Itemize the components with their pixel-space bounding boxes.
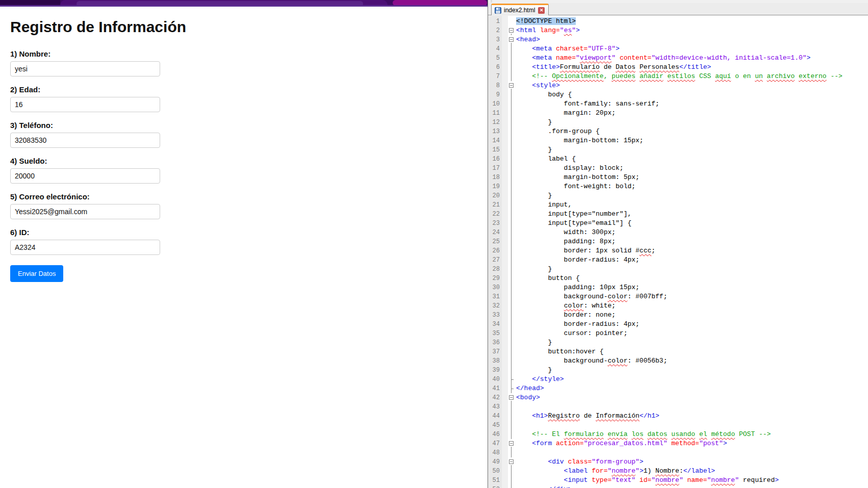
code-line[interactable]: 7 <!-- Opcionalmente, puedes añadir esti…	[488, 72, 868, 81]
line-number: 34	[488, 320, 502, 329]
code-line[interactable]: 38 background-color: #0056b3;	[488, 356, 868, 366]
code-line[interactable]: 3<head>	[488, 35, 868, 44]
line-number: 23	[488, 219, 502, 228]
bookmark-margin	[502, 301, 508, 311]
tab-close-icon[interactable]: ✕	[538, 7, 545, 14]
line-number: 2	[488, 26, 502, 35]
input-nombre[interactable]	[10, 61, 160, 76]
code-line[interactable]: 23 input[type="email"] {	[488, 219, 868, 228]
code-line[interactable]: 51 <input type="text" id="nombre" name="…	[488, 476, 868, 485]
code-line[interactable]: 16 label {	[488, 155, 868, 164]
code-line[interactable]: 14 margin-bottom: 15px;	[488, 136, 868, 145]
code-line[interactable]: 26 border: 1px solid #ccc;	[488, 246, 868, 255]
fold-margin	[508, 54, 515, 63]
code-text: border: 1px solid #ccc;	[515, 246, 655, 255]
code-line[interactable]: 40 </style>	[488, 375, 868, 384]
code-line[interactable]: 24 width: 300px;	[488, 228, 868, 237]
input-sueldo[interactable]	[10, 168, 160, 184]
code-line[interactable]: 11 margin: 20px;	[488, 109, 868, 118]
code-line[interactable]: 31 background-color: #007bff;	[488, 292, 868, 301]
tab-index2-html[interactable]: index2.html ✕	[491, 4, 549, 15]
fold-margin	[508, 99, 515, 109]
code-line[interactable]: 46 <!-- El formulario envía los datos us…	[488, 430, 868, 439]
line-number: 5	[488, 54, 502, 63]
bookmark-margin	[502, 145, 508, 155]
bookmark-margin	[502, 63, 508, 72]
code-line[interactable]: 13 .form-group {	[488, 127, 868, 136]
code-line[interactable]: 9 body {	[488, 90, 868, 99]
code-text: </head>	[515, 384, 544, 393]
code-line[interactable]: 52 </div>	[488, 485, 868, 488]
code-line[interactable]: 1<!DOCTYPE html>	[488, 17, 868, 26]
bookmark-margin	[502, 476, 508, 485]
fold-collapse-icon[interactable]	[508, 457, 515, 467]
code-line[interactable]: 36 }	[488, 338, 868, 347]
fold-collapse-icon[interactable]	[508, 35, 515, 44]
code-line[interactable]: 10 font-family: sans-serif;	[488, 99, 868, 109]
fold-collapse-icon[interactable]	[508, 439, 515, 448]
form-fields: 1) Nombre:2) Edad:3) Teléfono:4) Sueldo:…	[10, 49, 488, 255]
line-number: 33	[488, 311, 502, 320]
code-line[interactable]: 25 padding: 8px;	[488, 237, 868, 246]
code-text: }	[515, 338, 552, 347]
line-number: 51	[488, 476, 502, 485]
page-title: Registro de Información	[10, 18, 488, 36]
code-line[interactable]: 29 button {	[488, 274, 868, 283]
code-line[interactable]: 20 }	[488, 191, 868, 200]
code-line[interactable]: 37 button:hover {	[488, 347, 868, 356]
code-line[interactable]: 48	[488, 448, 868, 457]
code-line[interactable]: 12 }	[488, 118, 868, 127]
code-line[interactable]: 15 }	[488, 145, 868, 155]
line-number: 46	[488, 430, 502, 439]
code-line[interactable]: 32 color: white;	[488, 301, 868, 311]
fold-collapse-icon[interactable]	[508, 393, 515, 402]
code-line[interactable]: 45	[488, 421, 868, 430]
code-line[interactable]: 35 cursor: pointer;	[488, 329, 868, 338]
fold-collapse-icon[interactable]	[508, 26, 515, 35]
code-line[interactable]: 44 <h1>Registro de Información</h1>	[488, 412, 868, 421]
field-label-nombre: 1) Nombre:	[10, 49, 488, 59]
input-edad[interactable]	[10, 97, 160, 112]
submit-button[interactable]: Enviar Datos	[10, 265, 63, 282]
code-line[interactable]: 2<html lang="es">	[488, 26, 868, 35]
field-label-correo: 5) Correo electrónico:	[10, 192, 488, 201]
code-text: <!-- Opcionalmente, puedes añadir estilo…	[515, 72, 843, 81]
input-telefono[interactable]	[10, 133, 160, 148]
code-line[interactable]: 42<body>	[488, 393, 868, 402]
code-editor[interactable]: 1<!DOCTYPE html>2<html lang="es">3<head>…	[488, 16, 868, 488]
code-line[interactable]: 8 <style>	[488, 81, 868, 90]
code-line[interactable]: 33 border: none;	[488, 311, 868, 320]
code-line[interactable]: 34 border-radius: 4px;	[488, 320, 868, 329]
code-line[interactable]: 18 margin-bottom: 5px;	[488, 173, 868, 182]
code-line[interactable]: 19 font-weight: bold;	[488, 182, 868, 191]
code-line[interactable]: 6 <title>Formulario de Datos Personales<…	[488, 63, 868, 72]
code-line[interactable]: 4 <meta charset="UTF-8">	[488, 44, 868, 54]
fold-collapse-icon[interactable]	[508, 81, 515, 90]
code-line[interactable]: 47 <form action="procesar_datos.html" me…	[488, 439, 868, 448]
fold-margin	[508, 219, 515, 228]
input-id[interactable]	[10, 240, 160, 255]
code-line[interactable]: 50 <label for="nombre">1) Nombre:</label…	[488, 467, 868, 476]
code-line[interactable]: 22 input[type="number"],	[488, 210, 868, 219]
code-text: background-color: #0056b3;	[515, 356, 667, 366]
code-line[interactable]: 17 display: block;	[488, 164, 868, 173]
code-line[interactable]: 30 padding: 10px 15px;	[488, 283, 868, 292]
line-number: 35	[488, 329, 502, 338]
code-line[interactable]: 41</head>	[488, 384, 868, 393]
code-line[interactable]: 49 <div class="form-group">	[488, 457, 868, 467]
editor-window: index2.html ✕ 1<!DOCTYPE html>2<html lan…	[488, 0, 868, 488]
code-line[interactable]: 21 input,	[488, 200, 868, 210]
fold-margin	[508, 476, 515, 485]
rendered-form-page: Registro de Información 1) Nombre:2) Eda…	[0, 7, 488, 488]
code-line[interactable]: 28 }	[488, 265, 868, 274]
code-line[interactable]: 43	[488, 402, 868, 412]
code-line[interactable]: 5 <meta name="viewport" content="width=d…	[488, 54, 868, 63]
field-label-sueldo: 4) Sueldo:	[10, 156, 488, 166]
bookmark-margin	[502, 219, 508, 228]
code-text: <div class="form-group">	[515, 457, 644, 467]
code-line[interactable]: 27 border-radius: 4px;	[488, 255, 868, 265]
bookmark-margin	[502, 311, 508, 320]
code-line[interactable]: 39 }	[488, 366, 868, 375]
line-number: 40	[488, 375, 502, 384]
input-correo[interactable]	[10, 204, 160, 219]
